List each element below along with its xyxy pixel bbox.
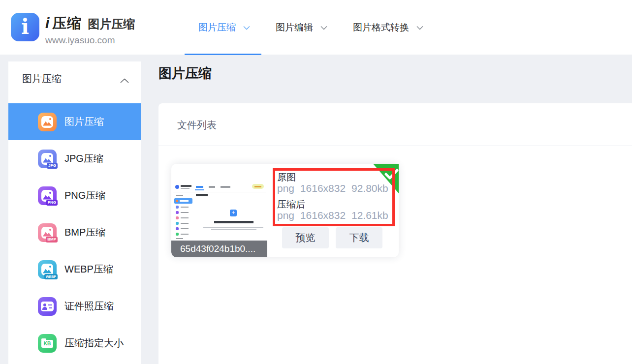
sidebar-item-label: 证件照压缩 bbox=[64, 300, 114, 313]
nav-tab-label: 图片编辑 bbox=[276, 21, 313, 34]
sidebar-item-id-photo-compress[interactable]: 证件照压缩 bbox=[8, 288, 141, 325]
file-name: 65d43f024b1b0.... bbox=[171, 241, 267, 257]
mini-sidebar-icon bbox=[176, 211, 179, 214]
bmp-compress-icon: BMP bbox=[38, 223, 57, 242]
sidebar-item-label: BMP压缩 bbox=[64, 226, 105, 239]
mini-sidebar-icon bbox=[176, 216, 179, 219]
mini-nav-bar bbox=[209, 186, 215, 188]
mini-sidebar-bar bbox=[181, 217, 189, 218]
mini-sidebar-bar bbox=[181, 234, 189, 235]
brand-title: 压缩 bbox=[52, 14, 82, 33]
chevron-down-icon bbox=[243, 26, 250, 30]
mini-logo-dot bbox=[175, 185, 179, 189]
mini-nav-bar bbox=[221, 186, 230, 188]
mini-sidebar-icon bbox=[176, 233, 179, 236]
sidebar-item-compress-to-size[interactable]: KB 压缩指定大小 bbox=[8, 325, 141, 362]
brand-logo-letter: i bbox=[21, 17, 29, 37]
mini-sidebar-bar bbox=[181, 207, 189, 208]
nav-tab-format-convert[interactable]: 图片格式转换 bbox=[353, 0, 423, 55]
chevron-down-icon bbox=[320, 26, 327, 30]
file-list-title: 文件列表 bbox=[177, 119, 217, 132]
mini-header-divider bbox=[173, 192, 266, 192]
nav-tab-image-edit[interactable]: 图片编辑 bbox=[276, 0, 327, 55]
sidebar-item-label: 压缩指定大小 bbox=[64, 336, 124, 350]
mini-sidebar-bar bbox=[176, 238, 183, 239]
sidebar-item-label: 图片压缩 bbox=[64, 115, 104, 128]
jpg-compress-icon: JPG bbox=[38, 150, 57, 168]
brand-text: i 压缩 图片压缩 www.iyasuo.com bbox=[45, 13, 135, 46]
thumbnail-preview-art: + bbox=[173, 180, 266, 241]
sidebar-item-label: JPG压缩 bbox=[64, 152, 103, 165]
file-card: + 65d43f024b1b0.... 原图 png 1616x832 92.8… bbox=[171, 164, 399, 257]
sidebar-item-jpg-compress[interactable]: JPG JPG压缩 bbox=[8, 140, 141, 177]
mini-sidebar-bar bbox=[181, 223, 189, 224]
mini-sidebar-icon bbox=[176, 222, 179, 225]
file-list-panel: 文件列表 bbox=[158, 103, 632, 364]
chevron-up-icon bbox=[120, 78, 129, 83]
mini-nav-underline bbox=[195, 189, 204, 190]
image-compress-icon bbox=[38, 113, 57, 131]
sidebar-menu: 图片压缩 JPG JPG压缩 PNG PNG压缩 BMP bbox=[8, 103, 141, 362]
mini-url-bar bbox=[181, 188, 190, 189]
png-compress-icon: PNG bbox=[38, 186, 57, 205]
chevron-down-icon bbox=[416, 26, 423, 30]
sidebar-item-image-compress[interactable]: 图片压缩 bbox=[8, 103, 141, 140]
sidebar-item-label: PNG压缩 bbox=[64, 189, 105, 202]
sidebar-group-title: 图片压缩 bbox=[22, 72, 62, 86]
mini-brand-bar bbox=[181, 185, 191, 187]
main-nav: 图片压缩 图片编辑 图片格式转换 bbox=[198, 0, 423, 55]
kb-folder-icon: KB bbox=[38, 334, 57, 353]
annotation-highlight-box bbox=[273, 168, 395, 226]
brand-logo-icon: i bbox=[11, 13, 39, 41]
sidebar-group-header[interactable]: 图片压缩 bbox=[8, 61, 141, 96]
brand-subtitle: 图片压缩 bbox=[88, 16, 135, 32]
webp-compress-icon: WEBP bbox=[38, 260, 57, 279]
nav-tab-label: 图片格式转换 bbox=[353, 21, 409, 34]
mini-nav-bar bbox=[196, 186, 203, 188]
app-window: i i 压缩 图片压缩 www.iyasuo.com 图片压缩 图片编辑 bbox=[0, 0, 632, 364]
brand-logo[interactable]: i i 压缩 图片压缩 www.iyasuo.com bbox=[11, 13, 135, 46]
sidebar-item-png-compress[interactable]: PNG PNG压缩 bbox=[8, 177, 141, 214]
brand-title-prefix: i bbox=[45, 15, 49, 31]
sidebar-item-bmp-compress[interactable]: BMP BMP压缩 bbox=[8, 214, 141, 251]
mini-caption-bar bbox=[211, 229, 256, 230]
nav-tab-image-compress[interactable]: 图片压缩 bbox=[198, 0, 250, 55]
mini-sidebar-bar bbox=[176, 195, 183, 196]
app-header: i i 压缩 图片压缩 www.iyasuo.com 图片压缩 图片编辑 bbox=[0, 0, 632, 55]
mini-sidebar-icon bbox=[176, 206, 179, 209]
mini-upload-plus: + bbox=[230, 210, 237, 216]
sidebar: 图片压缩 图片压缩 JPG JPG压缩 PNG bbox=[8, 61, 141, 364]
mini-sidebar-icon bbox=[176, 227, 179, 230]
panel-divider bbox=[158, 146, 632, 146]
download-button[interactable]: 下载 bbox=[336, 227, 382, 248]
nav-tab-label: 图片压缩 bbox=[198, 21, 236, 34]
file-thumbnail[interactable]: + 65d43f024b1b0.... bbox=[171, 164, 267, 257]
mini-sidebar-bar bbox=[181, 228, 189, 229]
mini-upload-text-bar bbox=[214, 221, 253, 223]
preview-button[interactable]: 预览 bbox=[282, 227, 329, 248]
id-photo-icon bbox=[38, 297, 57, 316]
page-title: 图片压缩 bbox=[158, 64, 212, 82]
mini-caption-bar bbox=[203, 227, 263, 228]
sidebar-item-webp-compress[interactable]: WEBP WEBP压缩 bbox=[8, 251, 141, 288]
active-tab-underline bbox=[185, 54, 261, 55]
sidebar-item-label: WEBP压缩 bbox=[64, 263, 113, 276]
mini-sidebar-bar bbox=[181, 212, 189, 213]
mini-sidebar-active bbox=[174, 198, 192, 204]
brand-url: www.iyasuo.com bbox=[45, 35, 135, 46]
mini-page-title-bar bbox=[196, 194, 208, 196]
mini-login-pill bbox=[252, 184, 264, 189]
